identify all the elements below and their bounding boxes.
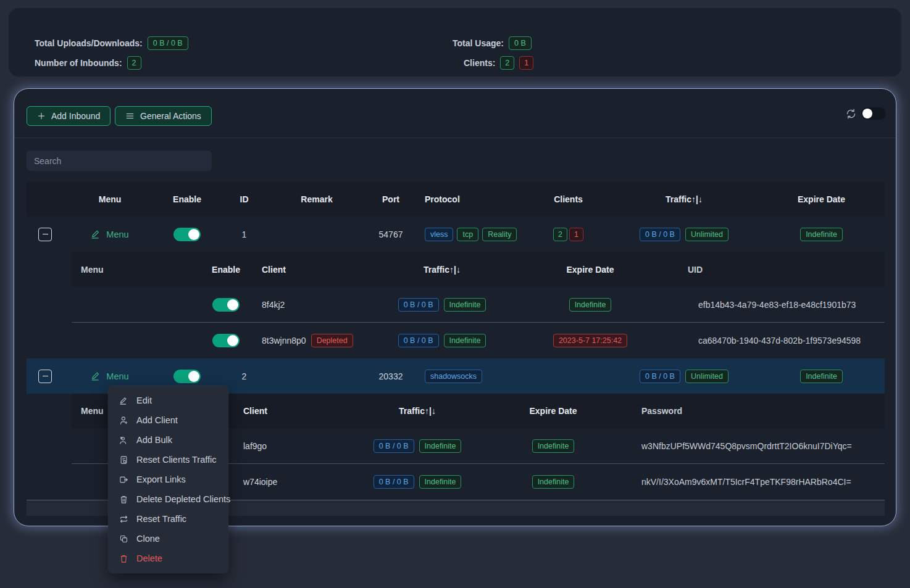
column-header-clients: Clients — [527, 181, 610, 217]
depleted-badge: Depleted — [311, 334, 353, 347]
menu-item-reset-clients-traffic[interactable]: Reset Clients Traffic — [108, 450, 228, 470]
inbound-port: 54767 — [363, 217, 419, 252]
column-header-port: Port — [363, 181, 419, 217]
expire-badge: Indefinite — [569, 298, 612, 312]
expire-badge: Indefinite — [532, 475, 575, 489]
add-inbound-label: Add Inbound — [51, 111, 100, 121]
client-enable-toggle[interactable] — [212, 298, 240, 312]
search-input[interactable] — [27, 151, 212, 171]
clients-depleted-badge: 1 — [519, 56, 533, 70]
column-header-expire-date: Expire Date — [516, 252, 664, 287]
inbound-remark — [270, 217, 363, 252]
refresh-icon[interactable] — [845, 108, 857, 122]
expire-badge: Indefinite — [800, 228, 843, 241]
edit-icon[interactable] — [99, 334, 112, 347]
qr-code-icon[interactable] — [81, 439, 94, 452]
column-header-traffic[interactable]: Traffic↑|↓ — [368, 252, 516, 287]
column-header-uid: UID — [664, 252, 885, 287]
info-icon[interactable] — [117, 334, 130, 347]
info-icon[interactable] — [117, 298, 130, 311]
add-client-icon — [119, 416, 128, 425]
inbounds-table-header: Menu Enable ID Remark Port Protocol Clie… — [27, 181, 885, 217]
collapse-row-button[interactable] — [38, 370, 52, 383]
menu-item-reset-traffic[interactable]: Reset Traffic — [108, 509, 228, 529]
client-name: laf9go — [243, 441, 267, 451]
column-header-enable: Enable — [195, 252, 257, 287]
general-actions-button[interactable]: General Actions — [115, 106, 212, 126]
menu-item-delete[interactable]: Delete — [108, 549, 228, 568]
stats-card: Total Uploads/Downloads: 0 B / 0 B Numbe… — [9, 8, 901, 77]
delete-icon[interactable] — [154, 334, 167, 347]
duration-badge: Indefinite — [444, 334, 486, 347]
delete-icon[interactable] — [154, 299, 167, 311]
reset-traffic-icon[interactable] — [136, 298, 149, 311]
clients-count-label: Clients: — [464, 58, 495, 68]
reset-traffic-icon — [119, 515, 128, 524]
column-header-enable: Enable — [156, 181, 218, 217]
inbound-menu-button[interactable]: Menu — [91, 371, 128, 381]
qr-code-icon[interactable] — [81, 298, 94, 311]
add-bulk-icon — [119, 436, 128, 445]
column-header-client: Client — [238, 394, 343, 428]
inbound-menu-button[interactable]: Menu — [91, 229, 128, 239]
client-name: 8f4kj2 — [262, 300, 285, 310]
inbound-remark — [270, 358, 363, 394]
client-name: 8t3wjnn8p0 — [262, 336, 306, 346]
traffic-badge: 0 B / 0 B — [398, 298, 439, 312]
client-password: nkV/I/3XoAm9v6xMT/T5IcrF4TpeTKF98rHARbRo… — [615, 464, 885, 500]
inbound-menu-label: Menu — [106, 371, 128, 381]
menu-item-export-links[interactable]: Export Links — [108, 470, 228, 489]
toolbar-divider — [14, 138, 896, 138]
plus-icon — [37, 112, 46, 120]
inbound-row-1: Menu 1 54767 vless tcp Reality 2 1 0 B /… — [27, 217, 885, 252]
auto-refresh-toggle[interactable] — [861, 107, 886, 120]
inbound-port: 20332 — [363, 358, 419, 394]
traffic-limit-badge: Unlimited — [685, 370, 728, 383]
general-actions-label: General Actions — [140, 111, 201, 121]
column-header-traffic[interactable]: Traffic↑|↓ — [610, 181, 758, 217]
qr-code-icon[interactable] — [81, 476, 94, 489]
client-uid: efb14b43-4a79-4e83-ef18-e48cf1901b73 — [664, 287, 885, 322]
menu-item-clone[interactable]: Clone — [108, 529, 228, 549]
column-header-traffic[interactable]: Traffic↑|↓ — [343, 394, 491, 428]
delete-icon — [119, 554, 128, 563]
edit-icon — [119, 396, 128, 405]
transport-tag: tcp — [457, 228, 478, 241]
inbound-id: 1 — [218, 217, 270, 252]
delete-depleted-clients-icon — [119, 495, 128, 504]
client-row: 8t3wjnn8p0 Depleted 0 B / 0 B Indefinite… — [72, 323, 885, 358]
protocol-tag: shadowsocks — [425, 370, 482, 383]
security-tag: Reality — [482, 228, 517, 241]
edit-icon — [91, 229, 101, 239]
reset-traffic-icon[interactable] — [136, 334, 149, 347]
menu-item-edit[interactable]: Edit — [108, 391, 228, 410]
duration-badge: Indefinite — [444, 298, 486, 312]
traffic-limit-badge: Unlimited — [685, 228, 728, 241]
inbounds-count-value: 2 — [127, 56, 141, 70]
expire-badge: Indefinite — [800, 370, 843, 383]
collapse-row-button[interactable] — [38, 228, 52, 241]
traffic-badge: 0 B / 0 B — [374, 475, 414, 489]
client-name: w74ioipe — [243, 477, 277, 487]
enable-toggle[interactable] — [173, 228, 201, 241]
clients-active-badge: 2 — [553, 228, 567, 241]
enable-toggle[interactable] — [173, 370, 201, 383]
clients-table-header: Menu Enable Client Traffic↑|↓ Expire Dat… — [72, 252, 885, 287]
client-password: w3NfbzUPf5WWd745Q8pvsmQrdrttT2IO6knuI7Di… — [615, 428, 885, 463]
menu-item-add-client[interactable]: Add Client — [108, 410, 228, 430]
traffic-badge: 0 B / 0 B — [398, 334, 439, 347]
clients-active-badge: 2 — [500, 56, 514, 70]
edit-icon — [91, 371, 101, 381]
client-enable-toggle[interactable] — [212, 334, 240, 347]
qr-code-icon[interactable] — [81, 334, 94, 347]
column-header-menu: Menu — [64, 181, 156, 217]
edit-icon[interactable] — [99, 299, 112, 311]
column-header-password: Password — [615, 394, 885, 428]
column-header-expire-date: Expire Date — [758, 181, 885, 217]
menu-item-delete-depleted-clients[interactable]: Delete Depleted Clients — [108, 489, 228, 509]
add-inbound-button[interactable]: Add Inbound — [27, 106, 111, 126]
menu-item-add-bulk[interactable]: Add Bulk — [108, 430, 228, 450]
column-header-id: ID — [218, 181, 270, 217]
expire-badge: 2023-5-7 17:25:42 — [553, 334, 627, 347]
uploads-downloads-value: 0 B / 0 B — [148, 36, 188, 50]
